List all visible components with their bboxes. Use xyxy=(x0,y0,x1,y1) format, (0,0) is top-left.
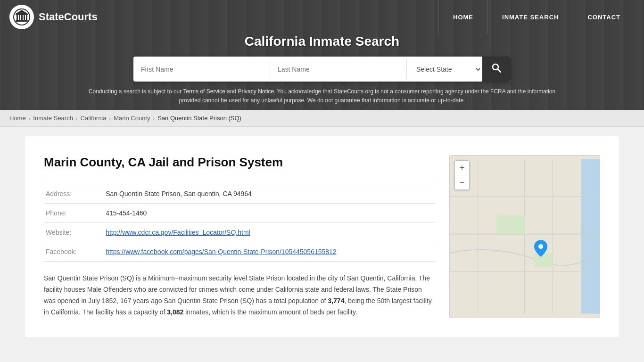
main-wrapper: Marin County, CA Jail and Prison System … xyxy=(0,127,644,346)
header-title: California Inmate Search xyxy=(9,34,635,49)
header-content: California Inmate Search Select StateAla… xyxy=(0,34,644,110)
facebook-link[interactable]: https://www.facebook.com/pages/San-Quent… xyxy=(106,248,337,255)
website-value: http://www.cdcr.ca.gov/Facilities_Locato… xyxy=(104,223,435,242)
disclaimer-text: Conducting a search is subject to our Te… xyxy=(86,87,558,105)
breadcrumb-sep-4: › xyxy=(153,115,155,121)
population-value: 3,774 xyxy=(328,297,344,304)
svg-line-10 xyxy=(498,69,501,72)
phone-row: Phone: 415-454-1460 xyxy=(44,204,435,223)
state-select[interactable]: Select StateAlabamaAlaskaArizonaArkansas… xyxy=(407,58,482,80)
website-link[interactable]: http://www.cdcr.ca.gov/Facilities_Locato… xyxy=(106,229,250,236)
location-pin-icon xyxy=(534,240,547,257)
website-row: Website: http://www.cdcr.ca.gov/Faciliti… xyxy=(44,223,435,242)
svg-rect-19 xyxy=(496,215,525,234)
nav-home[interactable]: HOME xyxy=(438,0,487,34)
breadcrumb-county[interactable]: Marin County xyxy=(114,115,150,122)
facebook-value: https://www.facebook.com/pages/San-Quent… xyxy=(104,242,435,262)
breadcrumb: Home › Inmate Search › California › Mari… xyxy=(0,110,644,127)
svg-rect-1 xyxy=(17,15,18,20)
privacy-link[interactable]: Privacy Notice xyxy=(238,88,274,95)
map-container: + − xyxy=(449,155,600,318)
nav-inmate-search[interactable]: INMATE SEARCH xyxy=(487,0,573,34)
breadcrumb-sep-3: › xyxy=(109,115,111,121)
breadcrumb-state[interactable]: California xyxy=(81,115,107,122)
logo-svg xyxy=(13,8,31,26)
search-button[interactable] xyxy=(482,57,511,82)
info-table: Address: San Quentin State Prison, San q… xyxy=(44,184,435,262)
svg-rect-5 xyxy=(26,15,27,20)
zoom-out-button[interactable]: − xyxy=(455,175,469,189)
description: San Quentin State Prison (SQ) is a Minim… xyxy=(44,273,435,318)
content-left: Marin County, CA Jail and Prison System … xyxy=(44,155,435,318)
facebook-label: Facebook: xyxy=(44,242,104,262)
description-end: inmates, which is the maximum amount of … xyxy=(183,308,357,316)
address-value: San Quentin State Prison, San quentin, C… xyxy=(104,184,435,204)
main-container: Marin County, CA Jail and Prison System … xyxy=(25,136,619,337)
breadcrumb-inmate-search[interactable]: Inmate Search xyxy=(33,115,73,122)
breadcrumb-current: San Quentin State Prison (SQ) xyxy=(157,115,241,122)
zoom-in-button[interactable]: + xyxy=(455,161,469,175)
facebook-row: Facebook: https://www.facebook.com/pages… xyxy=(44,242,435,262)
logo[interactable]: StateCourts xyxy=(9,5,438,29)
phone-value: 415-454-1460 xyxy=(104,204,435,223)
top-navigation: StateCourts HOME INMATE SEARCH CONTACT xyxy=(0,0,644,34)
capacity-value: 3,082 xyxy=(167,308,183,316)
map-svg xyxy=(450,156,600,317)
map-pin xyxy=(534,240,547,259)
svg-rect-4 xyxy=(24,15,25,20)
breadcrumb-home[interactable]: Home xyxy=(9,115,26,122)
page-heading: Marin County, CA Jail and Prison System xyxy=(44,155,435,170)
address-label: Address: xyxy=(44,184,104,204)
logo-text: StateCourts xyxy=(39,11,98,23)
website-label: Website: xyxy=(44,223,104,242)
address-row: Address: San Quentin State Prison, San q… xyxy=(44,184,435,204)
terms-link[interactable]: Terms of Service xyxy=(183,88,225,95)
nav-links: HOME INMATE SEARCH CONTACT xyxy=(438,0,635,34)
search-icon xyxy=(492,63,501,73)
first-name-input[interactable] xyxy=(133,59,270,80)
svg-point-21 xyxy=(538,244,543,249)
map-zoom-controls: + − xyxy=(454,160,470,190)
svg-rect-3 xyxy=(21,15,23,20)
logo-icon xyxy=(9,5,34,29)
breadcrumb-sep-1: › xyxy=(29,115,31,121)
phone-label: Phone: xyxy=(44,204,104,223)
svg-rect-8 xyxy=(16,20,28,22)
search-bar: Select StateAlabamaAlaskaArizonaArkansas… xyxy=(133,57,511,82)
site-header: StateCourts HOME INMATE SEARCH CONTACT C… xyxy=(0,0,644,110)
svg-rect-12 xyxy=(581,159,600,314)
breadcrumb-sep-2: › xyxy=(76,115,78,121)
last-name-input[interactable] xyxy=(270,59,407,80)
nav-contact[interactable]: CONTACT xyxy=(573,0,635,34)
svg-rect-6 xyxy=(16,14,28,15)
svg-rect-2 xyxy=(19,15,20,20)
